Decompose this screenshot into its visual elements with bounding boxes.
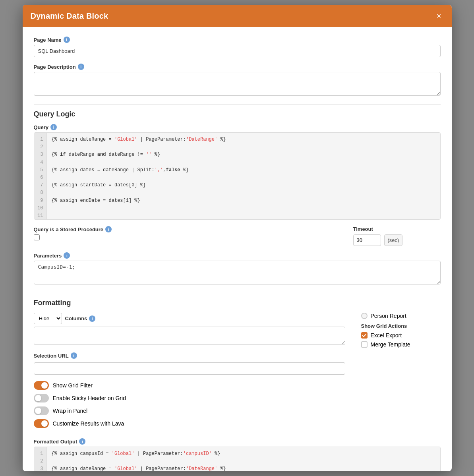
query-label: Query i: [34, 124, 441, 130]
excel-export-label: Excel Export: [371, 332, 402, 339]
parameters-info-icon: i: [64, 252, 70, 259]
stored-procedure-info-icon: i: [105, 226, 112, 232]
formatting-title: Formatting: [34, 299, 441, 307]
page-name-input[interactable]: [34, 45, 441, 57]
page-description-group: Page Description i: [34, 64, 441, 97]
formatted-output-label: Formatted Output i: [34, 438, 441, 445]
columns-info-icon: i: [89, 315, 95, 322]
query-divider: [34, 104, 441, 104]
query-group: Query i 12345 678910 111213 {% assign da…: [34, 124, 441, 220]
hide-select[interactable]: Hide Show: [34, 313, 62, 324]
formatted-output-code: {% assign campusId = 'Global' | PagePara…: [47, 447, 440, 471]
stored-procedure-checkbox[interactable]: [34, 234, 40, 240]
formatted-output-line-numbers: 12345: [34, 447, 47, 471]
selection-url-info-icon: i: [71, 352, 77, 359]
modal-body: Page Name i Page Description i Query Log…: [23, 27, 452, 471]
timeout-input[interactable]: [353, 234, 381, 246]
formatting-grid: Hide Show Columns i Selection URL: [34, 313, 441, 432]
parameters-group: Parameters i CampusID=-1;: [34, 252, 441, 286]
person-report-row: Person Report: [361, 313, 441, 319]
wrap-in-panel-row: Wrap in Panel: [34, 406, 345, 415]
parameters-input[interactable]: CampusID=-1;: [34, 261, 441, 284]
timeout-group: Timeout (sec): [353, 226, 441, 246]
customize-results-label: Customize Results with Lava: [53, 420, 124, 427]
show-grid-actions-label: Show Grid Actions: [361, 323, 441, 329]
query-logic-title: Query Logic: [34, 110, 441, 118]
stored-procedure-row: Query is a Stored Procedure i Timeout (s…: [34, 226, 441, 246]
page-name-label: Page Name i: [34, 37, 441, 43]
merge-template-label: Merge Template: [371, 341, 410, 348]
enable-sticky-row: Enable Sticky Header on Grid: [34, 394, 345, 402]
formatting-left: Hide Show Columns i Selection URL: [34, 313, 345, 432]
merge-template-row: Merge Template: [361, 341, 441, 348]
show-grid-filter-label: Show Grid Filter: [53, 382, 93, 389]
page-name-group: Page Name i: [34, 37, 441, 57]
query-line-numbers: 12345 678910 111213: [34, 133, 47, 220]
show-grid-filter-toggle[interactable]: [34, 381, 49, 390]
modal-title: Dynamic Data Block: [31, 12, 108, 21]
wrap-in-panel-label: Wrap in Panel: [53, 408, 88, 414]
timeout-unit: (sec): [384, 234, 403, 246]
selection-url-label: Selection URL i: [34, 352, 345, 359]
dynamic-data-block-modal: Dynamic Data Block × Page Name i Page De…: [23, 5, 452, 471]
enable-sticky-label: Enable Sticky Header on Grid: [53, 395, 126, 401]
timeout-label: Timeout: [353, 226, 441, 232]
customize-results-row: Customize Results with Lava: [34, 419, 345, 428]
show-grid-filter-row: Show Grid Filter: [34, 381, 345, 390]
customize-results-toggle[interactable]: [34, 419, 49, 428]
stored-procedure-label: Query is a Stored Procedure i: [34, 226, 344, 232]
parameters-label: Parameters i: [34, 252, 441, 259]
close-button[interactable]: ×: [434, 11, 444, 21]
page-description-input[interactable]: [34, 72, 441, 96]
selection-url-group: Selection URL i: [34, 352, 345, 375]
page-name-info-icon: i: [64, 37, 70, 43]
person-report-label: Person Report: [371, 313, 406, 319]
columns-input[interactable]: [34, 327, 345, 345]
formatting-divider: [34, 293, 441, 293]
modal-header: Dynamic Data Block ×: [23, 5, 452, 27]
selection-url-input[interactable]: [34, 362, 345, 375]
columns-group: Hide Show Columns i: [34, 313, 345, 346]
enable-sticky-toggle[interactable]: [34, 394, 49, 402]
page-description-label: Page Description i: [34, 64, 441, 70]
columns-row: Hide Show Columns i: [34, 313, 345, 324]
excel-export-checkbox[interactable]: [361, 332, 368, 339]
columns-label: Columns i: [65, 315, 96, 322]
excel-export-row: Excel Export: [361, 332, 441, 339]
formatted-output-editor[interactable]: 12345 {% assign campusId = 'Global' | Pa…: [34, 447, 441, 471]
formatted-output-group: Formatted Output i 12345 {% assign campu…: [34, 438, 441, 471]
merge-template-checkbox[interactable]: [361, 341, 368, 348]
formatting-right: Person Report Show Grid Actions Excel Ex…: [361, 313, 441, 432]
checkmark-icon: [362, 333, 366, 338]
stored-procedure-checkbox-row: [34, 234, 344, 240]
query-code-content: {% assign dateRange = 'Global' | PagePar…: [47, 133, 440, 220]
query-info-icon: i: [50, 124, 57, 130]
query-code-editor[interactable]: 12345 678910 111213 {% assign dateRange …: [34, 132, 441, 220]
page-description-info-icon: i: [78, 64, 84, 70]
wrap-in-panel-toggle[interactable]: [34, 406, 49, 415]
timeout-row: (sec): [353, 234, 441, 246]
person-report-radio[interactable]: [361, 313, 368, 319]
stored-procedure-left: Query is a Stored Procedure i: [34, 226, 344, 240]
formatted-output-info-icon: i: [79, 438, 85, 445]
